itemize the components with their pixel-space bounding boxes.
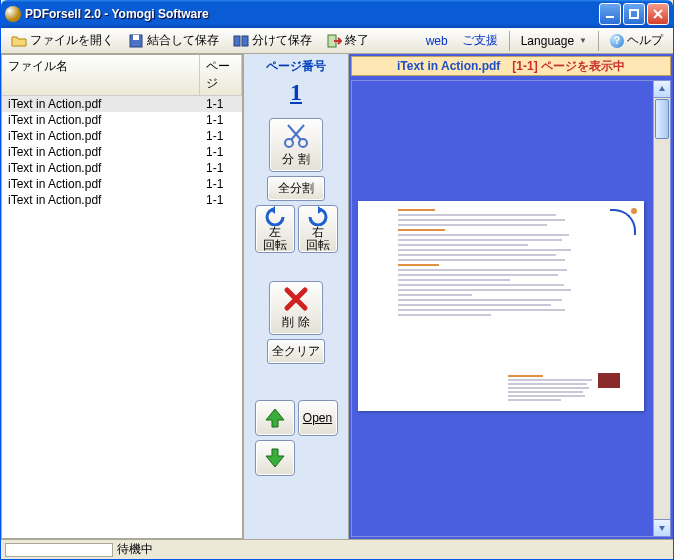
split-button[interactable]: 分 割 bbox=[269, 118, 323, 172]
svg-rect-5 bbox=[133, 35, 139, 40]
help-icon: ? bbox=[610, 34, 624, 48]
preview-range: [1-1] bbox=[512, 59, 537, 73]
rotate-right-label: 右 回転 bbox=[306, 226, 330, 252]
language-label: Language bbox=[521, 34, 574, 48]
maximize-button[interactable] bbox=[623, 3, 645, 25]
preview-message: ページを表示中 bbox=[541, 59, 625, 73]
control-panel: ページ番号 1 分 割 全分割 左 回転 右 回転 削 除 bbox=[243, 54, 349, 539]
scissors-icon bbox=[282, 122, 310, 150]
web-link[interactable]: web bbox=[420, 31, 454, 51]
open-file-label: ファイルを開く bbox=[30, 32, 114, 49]
exit-label: 終了 bbox=[345, 32, 369, 49]
exit-icon bbox=[326, 33, 342, 49]
file-list-panel: ファイル名 ページ iText in Action.pdf1-1iText in… bbox=[1, 54, 243, 539]
file-name-cell: iText in Action.pdf bbox=[2, 112, 200, 128]
rotate-right-button[interactable]: 右 回転 bbox=[298, 205, 338, 253]
svg-rect-1 bbox=[630, 10, 638, 18]
split-all-button[interactable]: 全分割 bbox=[267, 176, 325, 201]
exit-button[interactable]: 終了 bbox=[320, 29, 375, 52]
preview-header: iText in Action.pdf [1-1] ページを表示中 bbox=[351, 56, 671, 76]
file-page-cell: 1-1 bbox=[200, 128, 242, 144]
clear-all-label: 全クリア bbox=[272, 344, 320, 358]
file-page-cell: 1-1 bbox=[200, 192, 242, 208]
delete-button[interactable]: 削 除 bbox=[269, 281, 323, 335]
status-bar: 待機中 bbox=[1, 539, 673, 559]
svg-point-9 bbox=[285, 139, 293, 147]
svg-line-11 bbox=[291, 125, 304, 140]
svg-point-10 bbox=[299, 139, 307, 147]
app-icon bbox=[5, 6, 21, 22]
help-button[interactable]: ? ヘルプ bbox=[604, 29, 669, 52]
language-menu[interactable]: Language ▼ bbox=[515, 31, 593, 51]
close-button[interactable] bbox=[647, 3, 669, 25]
scroll-down-button[interactable] bbox=[654, 519, 670, 536]
open-button[interactable]: Open bbox=[298, 400, 338, 436]
svg-rect-6 bbox=[234, 36, 240, 46]
open-label: Open bbox=[303, 411, 332, 425]
file-list-row[interactable]: iText in Action.pdf1-1 bbox=[2, 144, 242, 160]
page-number-value: 1 bbox=[290, 79, 302, 106]
file-page-cell: 1-1 bbox=[200, 112, 242, 128]
chevron-down-icon: ▼ bbox=[579, 36, 587, 45]
col-header-name[interactable]: ファイル名 bbox=[2, 55, 200, 95]
minimize-button[interactable] bbox=[599, 3, 621, 25]
scroll-thumb[interactable] bbox=[655, 99, 669, 139]
arrow-down-icon bbox=[264, 447, 286, 469]
page-number-label: ページ番号 bbox=[266, 58, 326, 75]
rotate-right-icon bbox=[307, 206, 329, 226]
progress-bar bbox=[5, 543, 113, 557]
file-list-row[interactable]: iText in Action.pdf1-1 bbox=[2, 176, 242, 192]
merge-save-label: 結合して保存 bbox=[147, 32, 219, 49]
merge-save-button[interactable]: 結合して保存 bbox=[122, 29, 225, 52]
col-header-page[interactable]: ページ bbox=[200, 55, 242, 95]
file-page-cell: 1-1 bbox=[200, 144, 242, 160]
vertical-scrollbar[interactable] bbox=[653, 81, 670, 536]
support-link[interactable]: ご支援 bbox=[456, 29, 504, 52]
save-merge-icon bbox=[128, 33, 144, 49]
delete-label: 削 除 bbox=[282, 314, 309, 331]
split-all-label: 全分割 bbox=[278, 181, 314, 195]
help-label: ヘルプ bbox=[627, 32, 663, 49]
folder-open-icon bbox=[11, 33, 27, 49]
svg-line-3 bbox=[654, 10, 662, 18]
file-list-row[interactable]: iText in Action.pdf1-1 bbox=[2, 160, 242, 176]
file-list-row[interactable]: iText in Action.pdf1-1 bbox=[2, 128, 242, 144]
split-save-button[interactable]: 分けて保存 bbox=[227, 29, 318, 52]
svg-rect-7 bbox=[242, 36, 248, 46]
svg-rect-0 bbox=[606, 16, 614, 18]
file-list-row[interactable]: iText in Action.pdf1-1 bbox=[2, 96, 242, 112]
move-down-button[interactable] bbox=[255, 440, 295, 476]
file-list-body[interactable]: iText in Action.pdf1-1iText in Action.pd… bbox=[2, 96, 242, 538]
open-file-button[interactable]: ファイルを開く bbox=[5, 29, 120, 52]
file-list-row[interactable]: iText in Action.pdf1-1 bbox=[2, 192, 242, 208]
title-bar: PDForsell 2.0 - Yomogi Software bbox=[1, 0, 673, 28]
main-toolbar: ファイルを開く 結合して保存 分けて保存 終了 web ご支援 Language… bbox=[1, 28, 673, 54]
web-label: web bbox=[426, 34, 448, 48]
rotate-left-icon bbox=[264, 206, 286, 226]
file-name-cell: iText in Action.pdf bbox=[2, 192, 200, 208]
file-name-cell: iText in Action.pdf bbox=[2, 144, 200, 160]
rotate-left-button[interactable]: 左 回転 bbox=[255, 205, 295, 253]
file-list-row[interactable]: iText in Action.pdf1-1 bbox=[2, 112, 242, 128]
arrow-up-icon bbox=[264, 407, 286, 429]
file-name-cell: iText in Action.pdf bbox=[2, 176, 200, 192]
scroll-up-button[interactable] bbox=[654, 81, 670, 98]
delete-x-icon bbox=[282, 285, 310, 313]
window-title: PDForsell 2.0 - Yomogi Software bbox=[25, 7, 599, 21]
svg-line-12 bbox=[288, 125, 301, 140]
file-page-cell: 1-1 bbox=[200, 176, 242, 192]
split-label: 分 割 bbox=[282, 151, 309, 168]
file-page-cell: 1-1 bbox=[200, 160, 242, 176]
rotate-left-label: 左 回転 bbox=[263, 226, 287, 252]
preview-filename: iText in Action.pdf bbox=[397, 59, 500, 73]
svg-line-2 bbox=[654, 10, 662, 18]
move-up-button[interactable] bbox=[255, 400, 295, 436]
file-list-header: ファイル名 ページ bbox=[2, 55, 242, 96]
file-name-cell: iText in Action.pdf bbox=[2, 96, 200, 112]
file-name-cell: iText in Action.pdf bbox=[2, 160, 200, 176]
page-thumbnail bbox=[358, 201, 644, 411]
status-text: 待機中 bbox=[117, 541, 153, 558]
save-split-icon bbox=[233, 33, 249, 49]
clear-all-button[interactable]: 全クリア bbox=[267, 339, 325, 364]
preview-viewport[interactable] bbox=[351, 80, 671, 537]
